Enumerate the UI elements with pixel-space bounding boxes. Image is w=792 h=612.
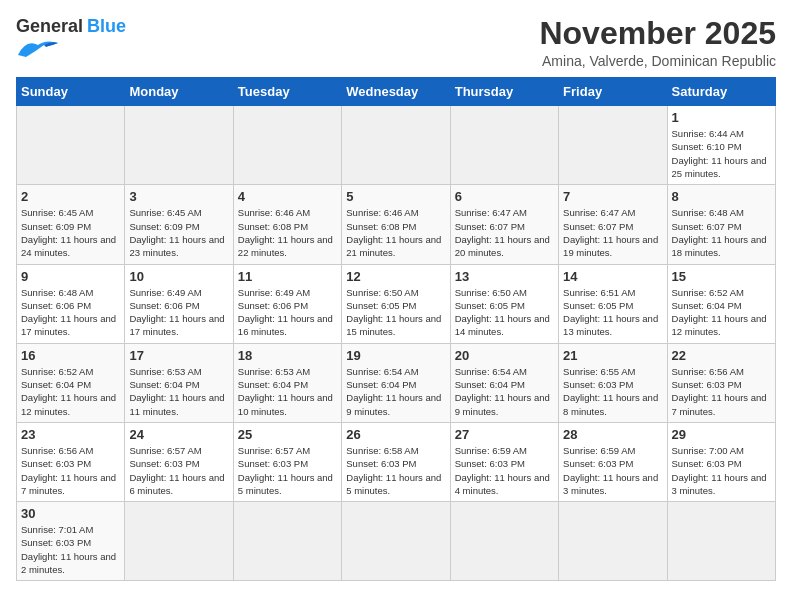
col-header-monday: Monday [125,78,233,106]
day-info: Sunrise: 6:45 AM Sunset: 6:09 PM Dayligh… [129,206,228,259]
day-number: 4 [238,189,337,204]
day-info: Sunrise: 6:56 AM Sunset: 6:03 PM Dayligh… [672,365,771,418]
calendar-cell [342,106,450,185]
calendar-header-row: SundayMondayTuesdayWednesdayThursdayFrid… [17,78,776,106]
day-number: 13 [455,269,554,284]
day-number: 18 [238,348,337,363]
calendar-cell: 20Sunrise: 6:54 AM Sunset: 6:04 PM Dayli… [450,343,558,422]
calendar-cell [125,106,233,185]
col-header-wednesday: Wednesday [342,78,450,106]
calendar-cell: 17Sunrise: 6:53 AM Sunset: 6:04 PM Dayli… [125,343,233,422]
day-number: 21 [563,348,662,363]
day-info: Sunrise: 6:57 AM Sunset: 6:03 PM Dayligh… [238,444,337,497]
calendar-cell: 18Sunrise: 6:53 AM Sunset: 6:04 PM Dayli… [233,343,341,422]
day-info: Sunrise: 6:57 AM Sunset: 6:03 PM Dayligh… [129,444,228,497]
calendar-cell: 7Sunrise: 6:47 AM Sunset: 6:07 PM Daylig… [559,185,667,264]
calendar-cell [450,106,558,185]
calendar-cell: 27Sunrise: 6:59 AM Sunset: 6:03 PM Dayli… [450,422,558,501]
day-number: 8 [672,189,771,204]
calendar-cell [17,106,125,185]
month-title: November 2025 [539,16,776,51]
day-info: Sunrise: 6:47 AM Sunset: 6:07 PM Dayligh… [563,206,662,259]
day-number: 29 [672,427,771,442]
calendar-cell: 16Sunrise: 6:52 AM Sunset: 6:04 PM Dayli… [17,343,125,422]
calendar-table: SundayMondayTuesdayWednesdayThursdayFrid… [16,77,776,581]
day-info: Sunrise: 6:58 AM Sunset: 6:03 PM Dayligh… [346,444,445,497]
day-number: 2 [21,189,120,204]
calendar-cell: 12Sunrise: 6:50 AM Sunset: 6:05 PM Dayli… [342,264,450,343]
calendar-cell [559,106,667,185]
day-info: Sunrise: 6:51 AM Sunset: 6:05 PM Dayligh… [563,286,662,339]
calendar-cell [559,502,667,581]
calendar-cell: 25Sunrise: 6:57 AM Sunset: 6:03 PM Dayli… [233,422,341,501]
calendar-cell: 14Sunrise: 6:51 AM Sunset: 6:05 PM Dayli… [559,264,667,343]
calendar-week-row: 16Sunrise: 6:52 AM Sunset: 6:04 PM Dayli… [17,343,776,422]
logo-text: General [16,16,83,37]
calendar-cell: 8Sunrise: 6:48 AM Sunset: 6:07 PM Daylig… [667,185,775,264]
calendar-week-row: 9Sunrise: 6:48 AM Sunset: 6:06 PM Daylig… [17,264,776,343]
day-number: 26 [346,427,445,442]
calendar-cell: 30Sunrise: 7:01 AM Sunset: 6:03 PM Dayli… [17,502,125,581]
col-header-saturday: Saturday [667,78,775,106]
day-info: Sunrise: 6:52 AM Sunset: 6:04 PM Dayligh… [21,365,120,418]
calendar-cell [450,502,558,581]
day-info: Sunrise: 6:52 AM Sunset: 6:04 PM Dayligh… [672,286,771,339]
day-number: 6 [455,189,554,204]
day-info: Sunrise: 6:49 AM Sunset: 6:06 PM Dayligh… [238,286,337,339]
calendar-cell [125,502,233,581]
calendar-cell: 3Sunrise: 6:45 AM Sunset: 6:09 PM Daylig… [125,185,233,264]
col-header-sunday: Sunday [17,78,125,106]
day-number: 25 [238,427,337,442]
day-number: 20 [455,348,554,363]
day-number: 19 [346,348,445,363]
day-info: Sunrise: 6:49 AM Sunset: 6:06 PM Dayligh… [129,286,228,339]
day-info: Sunrise: 6:54 AM Sunset: 6:04 PM Dayligh… [455,365,554,418]
calendar-cell: 21Sunrise: 6:55 AM Sunset: 6:03 PM Dayli… [559,343,667,422]
day-info: Sunrise: 6:48 AM Sunset: 6:06 PM Dayligh… [21,286,120,339]
day-number: 1 [672,110,771,125]
day-number: 28 [563,427,662,442]
page-header: General Blue November 2025 Amina, Valver… [16,16,776,69]
day-info: Sunrise: 7:01 AM Sunset: 6:03 PM Dayligh… [21,523,120,576]
calendar-cell: 13Sunrise: 6:50 AM Sunset: 6:05 PM Dayli… [450,264,558,343]
calendar-cell: 29Sunrise: 7:00 AM Sunset: 6:03 PM Dayli… [667,422,775,501]
calendar-cell: 26Sunrise: 6:58 AM Sunset: 6:03 PM Dayli… [342,422,450,501]
calendar-cell [233,106,341,185]
calendar-cell: 11Sunrise: 6:49 AM Sunset: 6:06 PM Dayli… [233,264,341,343]
calendar-cell: 23Sunrise: 6:56 AM Sunset: 6:03 PM Dayli… [17,422,125,501]
day-number: 30 [21,506,120,521]
calendar-week-row: 2Sunrise: 6:45 AM Sunset: 6:09 PM Daylig… [17,185,776,264]
day-number: 10 [129,269,228,284]
calendar-cell: 28Sunrise: 6:59 AM Sunset: 6:03 PM Dayli… [559,422,667,501]
day-number: 12 [346,269,445,284]
day-info: Sunrise: 6:50 AM Sunset: 6:05 PM Dayligh… [455,286,554,339]
calendar-cell [342,502,450,581]
day-info: Sunrise: 6:53 AM Sunset: 6:04 PM Dayligh… [238,365,337,418]
calendar-cell [233,502,341,581]
day-number: 3 [129,189,228,204]
day-info: Sunrise: 6:47 AM Sunset: 6:07 PM Dayligh… [455,206,554,259]
day-number: 15 [672,269,771,284]
location-subtitle: Amina, Valverde, Dominican Republic [539,53,776,69]
day-number: 17 [129,348,228,363]
day-info: Sunrise: 6:59 AM Sunset: 6:03 PM Dayligh… [563,444,662,497]
day-number: 5 [346,189,445,204]
day-number: 11 [238,269,337,284]
logo-blue-text: Blue [87,16,126,37]
title-block: November 2025 Amina, Valverde, Dominican… [539,16,776,69]
logo: General Blue [16,16,126,59]
day-number: 9 [21,269,120,284]
day-info: Sunrise: 6:56 AM Sunset: 6:03 PM Dayligh… [21,444,120,497]
calendar-week-row: 30Sunrise: 7:01 AM Sunset: 6:03 PM Dayli… [17,502,776,581]
calendar-cell: 5Sunrise: 6:46 AM Sunset: 6:08 PM Daylig… [342,185,450,264]
day-number: 16 [21,348,120,363]
day-number: 23 [21,427,120,442]
calendar-cell [667,502,775,581]
calendar-cell: 2Sunrise: 6:45 AM Sunset: 6:09 PM Daylig… [17,185,125,264]
col-header-friday: Friday [559,78,667,106]
calendar-cell: 1Sunrise: 6:44 AM Sunset: 6:10 PM Daylig… [667,106,775,185]
col-header-thursday: Thursday [450,78,558,106]
day-number: 22 [672,348,771,363]
day-info: Sunrise: 6:50 AM Sunset: 6:05 PM Dayligh… [346,286,445,339]
day-info: Sunrise: 6:46 AM Sunset: 6:08 PM Dayligh… [346,206,445,259]
